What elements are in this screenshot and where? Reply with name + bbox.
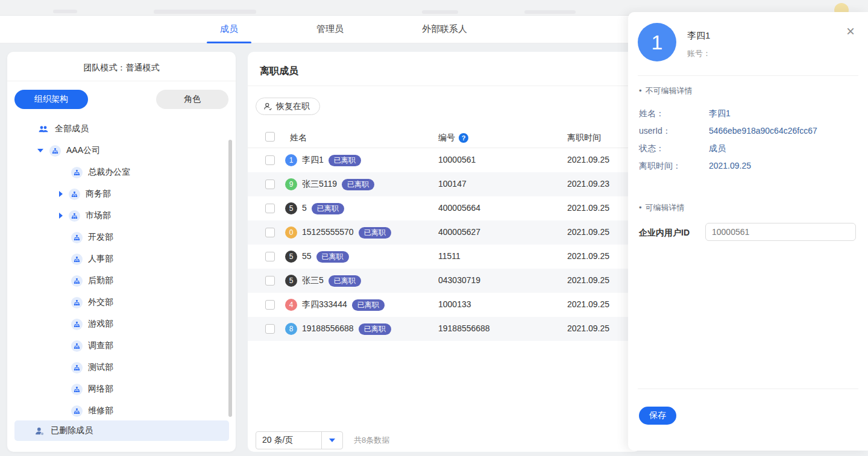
members-table: 1 李四1已离职 10000561 2021.09.25 9 张三5119已离职… [248,148,640,341]
tree-item-dept[interactable]: 总裁办公室 [7,161,236,183]
org-icon [71,340,83,352]
chevron-right-icon[interactable] [59,191,63,197]
tree-item-dept[interactable]: 测试部 [7,357,236,378]
avatar: 0 [285,226,297,239]
row-checkbox[interactable] [265,324,275,334]
tree-item-dept[interactable]: 游戏部 [7,313,236,335]
table-row[interactable]: 5 张三5已离职 043030719 2021.09.25 [248,269,640,293]
field-label: 状态： [639,143,706,154]
org-icon [69,189,80,200]
member-number: 10000561 [438,155,476,164]
org-icon [71,297,83,308]
status-badge: 已离职 [352,299,385,311]
tree-item-label: 调查部 [88,340,113,351]
table-row[interactable]: 5 55已离职 11511 2021.09.25 [248,245,640,269]
page-size-select[interactable]: 20 条/页 [256,431,343,449]
member-name: 15125555570 [302,227,354,237]
field-value: 成员 [709,143,726,153]
status-badge: 已离职 [329,275,361,287]
select-all-checkbox[interactable] [265,132,275,142]
status-badge: 已离职 [329,155,361,166]
tree-item-label: 游戏部 [88,319,113,330]
member-name: 李四333444 [302,299,347,309]
tree-item-label: 商务部 [86,189,111,199]
org-structure-button[interactable]: 组织架构 [14,90,88,109]
tree-item-dept[interactable]: 商务部 [7,183,236,205]
col-header-number: 编号 [438,133,455,143]
tab-admins[interactable]: 管理员 [303,16,357,43]
row-checkbox[interactable] [265,204,275,213]
table-row[interactable]: 4 李四333444已离职 1000133 2021.09.25 [248,293,640,317]
tab-members[interactable]: 成员 [207,16,251,43]
member-number: 400005627 [438,227,480,237]
tree-item-dept[interactable]: 调查部 [7,335,236,357]
tree-item-dept[interactable]: 市场部 [7,205,236,226]
table-row[interactable]: 9 张三5119已离职 100147 2021.09.23 [248,172,640,196]
field-value: 李四1 [709,108,731,118]
row-checkbox[interactable] [265,180,275,189]
chevron-right-icon[interactable] [59,213,63,219]
table-row[interactable]: 8 19188556688已离职 19188556688 2021.09.25 [248,317,640,341]
tree-item-dept[interactable]: 后勤部 [7,270,236,292]
save-button[interactable]: 保存 [639,407,676,425]
departure-date: 2021.09.23 [567,179,609,189]
table-row[interactable]: 0 15125555570已离职 400005627 2021.09.25 [248,220,640,245]
avatar: 5 [285,275,297,287]
avatar: 5 [285,251,297,263]
table-row[interactable]: 1 李四1已离职 10000561 2021.09.25 [248,148,640,172]
tree-item-label: 网络部 [88,384,113,395]
divider [638,389,858,389]
row-checkbox[interactable] [265,228,275,237]
tab-external-contacts[interactable]: 外部联系人 [409,16,480,43]
avatar: 8 [285,323,297,335]
sidebar-item-deleted-members[interactable]: 已删除成员 [14,420,229,441]
org-icon [49,145,61,157]
org-icon [71,362,83,373]
people-icon [37,123,49,135]
tree-item-dept[interactable]: 网络部 [7,378,236,400]
account-label: 账号： [687,48,711,59]
tree-item-label: 总裁办公室 [88,167,130,178]
row-checkbox[interactable] [265,276,275,286]
internal-user-id-label: 企业内用户ID [639,228,690,239]
tree-item-company[interactable]: AAA公司 [7,140,236,161]
tree-item-dept[interactable]: 维修部 [7,400,236,422]
tree-item-dept[interactable]: 开发部 [7,226,236,248]
row-checkbox[interactable] [265,300,275,310]
tree-item-label: 测试部 [88,362,113,373]
close-icon[interactable]: × [846,24,855,39]
tree-item-label: 维修部 [88,405,113,416]
tree-item-label: 市场部 [86,210,111,221]
field-label: userId： [639,126,706,137]
departure-date: 2021.09.25 [567,323,609,333]
org-icon [71,384,83,395]
col-header-date: 离职时间 [567,133,601,143]
tree-item-all-members[interactable]: 全部成员 [7,118,236,140]
editable-section-title: 可编辑详情 [639,202,685,213]
avatar: 1 [285,154,297,166]
field-value: 2021.09.25 [709,161,751,170]
table-row[interactable]: 5 5已离职 400005664 2021.09.25 [248,196,640,220]
role-button[interactable]: 角色 [156,90,228,109]
team-mode-title: 团队模式：普通模式 [7,52,236,81]
ghost-settings-text [524,10,576,14]
sidebar-scrollbar[interactable] [228,140,232,417]
member-name: 张三5 [302,275,324,285]
internal-user-id-input[interactable] [705,223,856,241]
restore-employment-button[interactable]: 恢复在职 [256,98,320,115]
tree-item-dept[interactable]: 人事部 [7,248,236,270]
status-badge: 已离职 [316,251,349,263]
chevron-down-icon [329,439,335,442]
departed-members-panel: 离职成员 恢复在职 姓名 编号 ? 离职时间 1 李四1已离职 10000561… [248,52,640,452]
help-icon[interactable]: ? [459,133,468,143]
total-count-text: 共8条数据 [354,435,389,446]
org-icon [71,319,83,330]
member-name: 19188556688 [302,323,354,333]
chevron-down-icon[interactable] [37,149,43,152]
row-checkbox[interactable] [265,155,275,165]
tree-item-dept[interactable]: 外交部 [7,292,236,313]
tree-item-label: 外交部 [88,297,113,308]
page-title: 离职成员 [248,52,640,78]
row-checkbox[interactable] [265,252,275,261]
org-icon [69,210,80,222]
